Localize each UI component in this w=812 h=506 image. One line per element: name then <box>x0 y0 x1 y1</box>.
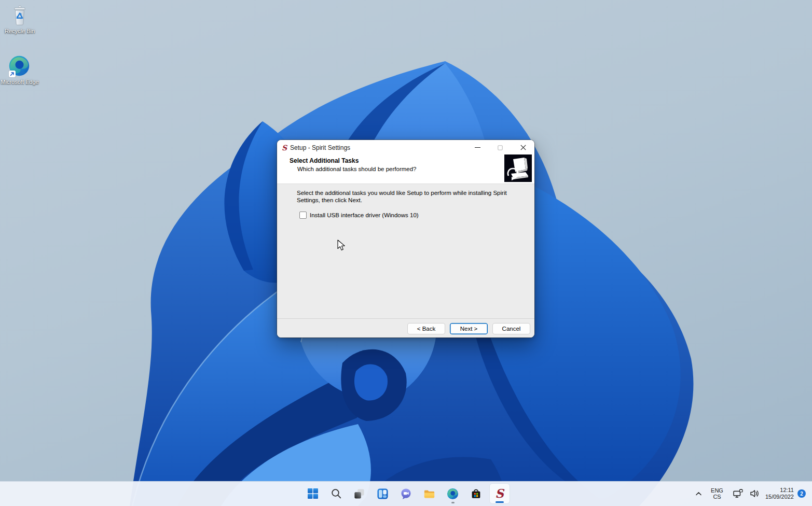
desktop: Recycle Bin Microsoft Edge S Setup - Sp <box>0 0 812 506</box>
chat-button[interactable] <box>396 483 417 504</box>
store-button[interactable] <box>466 483 487 504</box>
desktop-icon-label: Recycle Bin <box>0 28 39 35</box>
file-explorer-button[interactable] <box>419 483 440 504</box>
task-view-icon <box>353 488 365 500</box>
tray-time: 12:11 <box>765 487 794 494</box>
search-button[interactable] <box>326 483 347 504</box>
network-button[interactable] <box>732 487 745 500</box>
ethernet-icon <box>733 488 744 499</box>
back-button[interactable]: < Back <box>407 323 445 334</box>
speaker-icon <box>749 488 760 499</box>
clock[interactable]: 12:11 15/09/2022 <box>765 487 794 500</box>
close-button[interactable] <box>512 140 534 155</box>
widgets-icon <box>377 488 389 500</box>
mouse-cursor <box>337 240 346 251</box>
maximize-button[interactable] <box>489 140 512 155</box>
usb-driver-checkbox[interactable] <box>299 212 307 219</box>
file-explorer-icon <box>423 488 435 500</box>
wizard-page-subtitle: Which additional tasks should be perform… <box>297 166 417 172</box>
minimize-button[interactable] <box>466 140 489 155</box>
notification-badge[interactable]: 2 <box>797 489 806 498</box>
chat-icon <box>400 488 412 500</box>
window-title: Setup - Spirit Settings <box>290 144 350 151</box>
desktop-icon-label: Microsoft Edge <box>0 79 39 86</box>
active-window-indicator <box>496 501 504 503</box>
spirit-setup-taskbar-button[interactable]: S <box>489 483 510 504</box>
wizard-body: Select the additional tasks you would li… <box>277 185 534 318</box>
store-icon <box>470 488 482 500</box>
instruction-text: Select the additional tasks you would li… <box>297 190 507 204</box>
maximize-icon <box>498 145 503 150</box>
desktop-icon-recycle-bin[interactable]: Recycle Bin <box>0 4 39 35</box>
setup-wizard-window: S Setup - Spirit Settings Select Additio… <box>277 140 534 338</box>
task-option-row: Install USB interface driver (Windows 10… <box>299 212 419 219</box>
chevron-up-icon <box>695 490 703 498</box>
volume-button[interactable] <box>748 487 761 500</box>
desktop-icon-microsoft-edge[interactable]: Microsoft Edge <box>0 55 39 86</box>
start-button[interactable] <box>302 483 323 504</box>
setup-wizard-small-image <box>504 154 532 182</box>
task-view-button[interactable] <box>349 483 370 504</box>
language-indicator[interactable]: ENG CS <box>711 487 723 500</box>
wizard-page-title: Select Additional Tasks <box>290 157 359 164</box>
shortcut-arrow-icon <box>9 71 16 77</box>
recycle-bin-icon <box>8 4 31 27</box>
next-button[interactable]: Next > <box>450 323 488 334</box>
close-icon <box>520 145 526 150</box>
wizard-footer: < Back Next > Cancel <box>277 318 534 338</box>
spirit-logo-icon: S <box>281 144 288 152</box>
cancel-button[interactable]: Cancel <box>492 323 530 334</box>
tray-chevron-button[interactable] <box>693 488 705 500</box>
edge-taskbar-button[interactable] <box>443 483 463 504</box>
keyboard-layout-code: CS <box>711 494 723 500</box>
widgets-button[interactable] <box>373 483 393 504</box>
language-code: ENG <box>711 487 723 494</box>
wizard-header: Select Additional Tasks Which additional… <box>277 155 534 184</box>
usb-driver-checkbox-label[interactable]: Install USB interface driver (Windows 10… <box>310 212 419 218</box>
start-icon <box>307 488 319 499</box>
taskbar-icons: S <box>302 483 510 504</box>
system-tray: ENG CS 12:11 <box>693 481 806 506</box>
tray-date: 15/09/2022 <box>765 494 794 500</box>
edge-icon <box>447 488 459 500</box>
edge-icon <box>8 55 31 78</box>
running-indicator <box>451 502 455 503</box>
spirit-logo-icon: S <box>495 487 504 500</box>
search-icon <box>331 488 342 499</box>
taskbar: S ENG CS <box>0 481 812 506</box>
minimize-icon <box>475 145 480 150</box>
